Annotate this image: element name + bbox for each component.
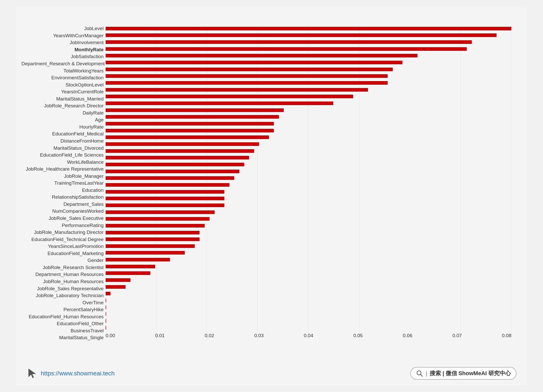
bar-row xyxy=(106,182,511,187)
bar xyxy=(106,271,150,275)
bar-row xyxy=(106,135,511,140)
bar xyxy=(106,81,388,85)
bar xyxy=(106,224,205,227)
bar xyxy=(106,312,106,316)
bar-row xyxy=(106,318,511,323)
bar xyxy=(106,54,417,57)
bar xyxy=(106,74,388,78)
y-label: TotalWorkingYears xyxy=(21,68,106,73)
footer: https://www.showmeai.tech | 搜索 | 微信 Show… xyxy=(16,367,527,380)
y-label: DailyRate xyxy=(21,110,106,116)
bar-row xyxy=(106,108,511,113)
y-label: JobRole_Sales Representative xyxy=(21,286,106,291)
bar-row xyxy=(106,223,511,228)
bar xyxy=(106,319,106,323)
y-label: JobRole_Sales Executive xyxy=(21,216,106,221)
bar xyxy=(106,102,333,105)
bar xyxy=(106,231,200,234)
bar-row xyxy=(106,162,511,167)
footer-badge: | 搜索 | 微信 ShowMeAI 研究中心 xyxy=(410,367,516,380)
y-label: JobRole_Manager xyxy=(21,174,106,179)
chart-area: JobLevelYearsWithCurrManagerJobInvolveme… xyxy=(21,25,511,342)
bar xyxy=(106,237,200,241)
svg-point-1 xyxy=(417,371,421,375)
y-label: EducationField_Medical xyxy=(21,131,106,136)
bar-row xyxy=(106,80,511,85)
bars-area: 0.000.010.020.030.040.050.060.070.08 xyxy=(106,25,511,342)
bar-row xyxy=(106,114,511,119)
y-label: Age xyxy=(21,117,106,122)
bar-row xyxy=(106,67,511,72)
bar xyxy=(106,142,259,146)
bar xyxy=(106,306,106,309)
bar xyxy=(106,27,511,30)
bar xyxy=(106,156,249,159)
y-label: Department_Human Resources xyxy=(21,272,106,277)
bar-row xyxy=(106,271,511,276)
y-label: HourlyRate xyxy=(21,124,106,130)
bar xyxy=(106,40,472,44)
svg-line-2 xyxy=(421,374,423,376)
bar xyxy=(106,251,185,255)
y-label: BusinessTravel xyxy=(21,328,106,333)
bar xyxy=(106,88,368,92)
bar-row xyxy=(106,87,511,92)
y-label: Education xyxy=(21,188,106,193)
y-label: PerformanceRating xyxy=(21,223,106,228)
y-label: Department_Research & Development xyxy=(21,61,106,66)
bar-row xyxy=(106,148,511,154)
cursor-icon xyxy=(27,368,38,379)
bar xyxy=(106,163,244,166)
bar-row xyxy=(106,121,511,126)
bar-row xyxy=(106,46,511,52)
y-label: JobLevel xyxy=(21,26,106,31)
bar xyxy=(106,61,402,64)
bar xyxy=(106,190,224,194)
bar xyxy=(106,129,274,132)
x-tick: 0.05 xyxy=(353,333,363,338)
bar xyxy=(106,108,284,112)
chart-container: JobLevelYearsWithCurrManagerJobInvolveme… xyxy=(16,7,527,385)
bar xyxy=(106,122,274,125)
bar xyxy=(106,210,215,214)
bar xyxy=(106,278,130,282)
x-tick: 0.08 xyxy=(502,333,511,338)
bar xyxy=(106,265,155,268)
x-axis: 0.000.010.020.030.040.050.060.070.08 xyxy=(106,331,511,342)
bar-row xyxy=(106,325,511,330)
bar-row xyxy=(106,101,511,106)
bar-row xyxy=(106,175,511,181)
search-icon xyxy=(416,370,423,377)
bar-row xyxy=(106,128,511,133)
bar xyxy=(106,183,229,187)
y-label: YearsWithCurrManager xyxy=(21,33,106,38)
bar xyxy=(106,149,254,153)
bar xyxy=(106,292,110,295)
y-label: JobRole_Healthcare Representative xyxy=(21,167,106,172)
bar xyxy=(106,33,497,37)
bar-row xyxy=(106,169,511,174)
bar-row xyxy=(106,230,511,235)
y-label: RelationshipSatisfaction xyxy=(21,195,106,200)
y-label: EducationField_Other xyxy=(21,321,106,326)
bar xyxy=(106,176,234,180)
bar-row xyxy=(106,264,511,269)
y-label: WorkLifeBalance xyxy=(21,160,106,165)
y-label: StockOptionLevel xyxy=(21,82,106,87)
bar-row xyxy=(106,250,511,255)
svg-marker-0 xyxy=(29,369,36,378)
bar-row xyxy=(106,291,511,296)
footer-url[interactable]: https://www.showmeai.tech xyxy=(41,370,115,377)
y-label: OverTime xyxy=(21,300,106,305)
bar xyxy=(106,135,269,139)
y-label: YearsSinceLastPromotion xyxy=(21,244,106,249)
bar-row xyxy=(106,298,511,303)
bar xyxy=(106,285,126,289)
bar xyxy=(106,244,195,248)
x-tick: 0.04 xyxy=(304,333,313,338)
bar-row xyxy=(106,203,511,208)
y-label: JobRole_Human Resources xyxy=(21,279,106,284)
y-label: YearsInCurrentRole xyxy=(21,89,106,94)
bar-row xyxy=(106,40,511,45)
bar xyxy=(106,95,353,98)
